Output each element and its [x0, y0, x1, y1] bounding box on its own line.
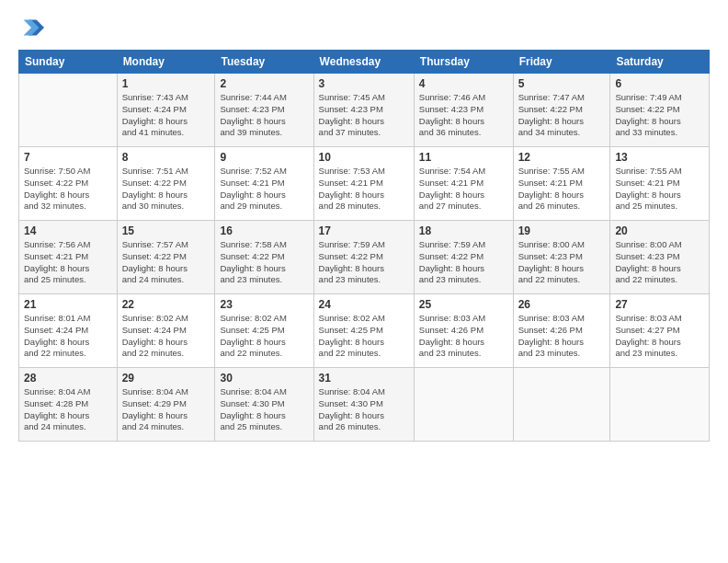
- day-info: Sunrise: 8:03 AM Sunset: 4:26 PM Dayligh…: [518, 313, 606, 360]
- day-info: Sunrise: 7:54 AM Sunset: 4:21 PM Dayligh…: [419, 166, 508, 213]
- day-info: Sunrise: 8:04 AM Sunset: 4:28 PM Dayligh…: [24, 386, 112, 433]
- day-number: 5: [518, 77, 606, 90]
- day-header-tuesday: Tuesday: [215, 51, 313, 74]
- day-info: Sunrise: 7:51 AM Sunset: 4:22 PM Dayligh…: [122, 166, 210, 213]
- day-info: Sunrise: 7:59 AM Sunset: 4:22 PM Dayligh…: [319, 239, 409, 286]
- day-header-wednesday: Wednesday: [313, 51, 414, 74]
- day-number: 11: [419, 151, 508, 164]
- day-cell: [414, 368, 513, 442]
- day-header-sunday: Sunday: [19, 51, 118, 74]
- day-info: Sunrise: 7:55 AM Sunset: 4:21 PM Dayligh…: [518, 166, 606, 213]
- day-number: 3: [319, 77, 409, 90]
- day-header-saturday: Saturday: [610, 51, 710, 74]
- day-info: Sunrise: 7:46 AM Sunset: 4:23 PM Dayligh…: [419, 92, 508, 139]
- day-info: Sunrise: 7:47 AM Sunset: 4:22 PM Dayligh…: [518, 92, 606, 139]
- day-number: 2: [220, 77, 308, 90]
- day-cell: 25Sunrise: 8:03 AM Sunset: 4:26 PM Dayli…: [414, 294, 513, 368]
- day-info: Sunrise: 7:56 AM Sunset: 4:21 PM Dayligh…: [24, 239, 112, 286]
- day-info: Sunrise: 8:03 AM Sunset: 4:26 PM Dayligh…: [419, 313, 508, 360]
- day-number: 19: [518, 224, 606, 237]
- day-cell: 28Sunrise: 8:04 AM Sunset: 4:28 PM Dayli…: [19, 368, 118, 442]
- day-info: Sunrise: 8:02 AM Sunset: 4:24 PM Dayligh…: [122, 313, 210, 360]
- day-number: 4: [419, 77, 508, 90]
- day-info: Sunrise: 7:45 AM Sunset: 4:23 PM Dayligh…: [319, 92, 409, 139]
- day-info: Sunrise: 8:03 AM Sunset: 4:27 PM Dayligh…: [615, 313, 704, 360]
- day-number: 28: [24, 372, 112, 385]
- calendar-table: SundayMondayTuesdayWednesdayThursdayFrid…: [18, 50, 710, 442]
- week-row-3: 14Sunrise: 7:56 AM Sunset: 4:21 PM Dayli…: [19, 221, 710, 294]
- day-info: Sunrise: 7:44 AM Sunset: 4:23 PM Dayligh…: [220, 92, 308, 139]
- day-number: 21: [24, 298, 112, 311]
- day-cell: 7Sunrise: 7:50 AM Sunset: 4:22 PM Daylig…: [19, 147, 118, 221]
- day-cell: [610, 368, 710, 442]
- day-number: 31: [319, 372, 409, 385]
- day-cell: 21Sunrise: 8:01 AM Sunset: 4:24 PM Dayli…: [19, 294, 118, 368]
- day-cell: 17Sunrise: 7:59 AM Sunset: 4:22 PM Dayli…: [313, 221, 414, 294]
- week-row-4: 21Sunrise: 8:01 AM Sunset: 4:24 PM Dayli…: [19, 294, 710, 368]
- day-number: 24: [319, 298, 409, 311]
- day-cell: 8Sunrise: 7:51 AM Sunset: 4:22 PM Daylig…: [117, 147, 215, 221]
- day-number: 1: [122, 77, 210, 90]
- day-cell: 23Sunrise: 8:02 AM Sunset: 4:25 PM Dayli…: [215, 294, 313, 368]
- day-cell: 1Sunrise: 7:43 AM Sunset: 4:24 PM Daylig…: [117, 74, 215, 147]
- day-cell: [19, 74, 118, 147]
- day-info: Sunrise: 7:52 AM Sunset: 4:21 PM Dayligh…: [220, 166, 308, 213]
- day-number: 29: [122, 372, 210, 385]
- day-info: Sunrise: 7:50 AM Sunset: 4:22 PM Dayligh…: [24, 166, 112, 213]
- day-cell: 24Sunrise: 8:02 AM Sunset: 4:25 PM Dayli…: [313, 294, 414, 368]
- day-number: 8: [122, 151, 210, 164]
- day-cell: 30Sunrise: 8:04 AM Sunset: 4:30 PM Dayli…: [215, 368, 313, 442]
- page: SundayMondayTuesdayWednesdayThursdayFrid…: [0, 0, 728, 563]
- logo: [18, 15, 48, 40]
- day-cell: 15Sunrise: 7:57 AM Sunset: 4:22 PM Dayli…: [117, 221, 215, 294]
- day-cell: 3Sunrise: 7:45 AM Sunset: 4:23 PM Daylig…: [313, 74, 414, 147]
- day-cell: 11Sunrise: 7:54 AM Sunset: 4:21 PM Dayli…: [414, 147, 513, 221]
- day-number: 17: [319, 224, 409, 237]
- day-cell: 22Sunrise: 8:02 AM Sunset: 4:24 PM Dayli…: [117, 294, 215, 368]
- day-cell: 10Sunrise: 7:53 AM Sunset: 4:21 PM Dayli…: [313, 147, 414, 221]
- day-cell: 9Sunrise: 7:52 AM Sunset: 4:21 PM Daylig…: [215, 147, 313, 221]
- day-cell: 26Sunrise: 8:03 AM Sunset: 4:26 PM Dayli…: [513, 294, 610, 368]
- day-info: Sunrise: 8:00 AM Sunset: 4:23 PM Dayligh…: [518, 239, 606, 286]
- day-info: Sunrise: 8:04 AM Sunset: 4:30 PM Dayligh…: [319, 386, 409, 433]
- logo-icon: [18, 15, 44, 40]
- day-cell: 27Sunrise: 8:03 AM Sunset: 4:27 PM Dayli…: [610, 294, 710, 368]
- day-header-monday: Monday: [117, 51, 215, 74]
- day-number: 7: [24, 151, 112, 164]
- day-cell: 31Sunrise: 8:04 AM Sunset: 4:30 PM Dayli…: [313, 368, 414, 442]
- day-cell: 19Sunrise: 8:00 AM Sunset: 4:23 PM Dayli…: [513, 221, 610, 294]
- day-info: Sunrise: 7:43 AM Sunset: 4:24 PM Dayligh…: [122, 92, 210, 139]
- day-cell: 12Sunrise: 7:55 AM Sunset: 4:21 PM Dayli…: [513, 147, 610, 221]
- day-info: Sunrise: 8:02 AM Sunset: 4:25 PM Dayligh…: [319, 313, 409, 360]
- day-info: Sunrise: 8:02 AM Sunset: 4:25 PM Dayligh…: [220, 313, 308, 360]
- day-info: Sunrise: 8:01 AM Sunset: 4:24 PM Dayligh…: [24, 313, 112, 360]
- day-number: 23: [220, 298, 308, 311]
- week-row-2: 7Sunrise: 7:50 AM Sunset: 4:22 PM Daylig…: [19, 147, 710, 221]
- day-info: Sunrise: 8:04 AM Sunset: 4:29 PM Dayligh…: [122, 386, 210, 433]
- day-number: 27: [615, 298, 704, 311]
- day-number: 10: [319, 151, 409, 164]
- day-info: Sunrise: 7:57 AM Sunset: 4:22 PM Dayligh…: [122, 239, 210, 286]
- day-info: Sunrise: 7:55 AM Sunset: 4:21 PM Dayligh…: [615, 166, 704, 213]
- day-cell: 29Sunrise: 8:04 AM Sunset: 4:29 PM Dayli…: [117, 368, 215, 442]
- day-cell: 16Sunrise: 7:58 AM Sunset: 4:22 PM Dayli…: [215, 221, 313, 294]
- week-row-5: 28Sunrise: 8:04 AM Sunset: 4:28 PM Dayli…: [19, 368, 710, 442]
- day-cell: [513, 368, 610, 442]
- day-number: 18: [419, 224, 508, 237]
- day-cell: 4Sunrise: 7:46 AM Sunset: 4:23 PM Daylig…: [414, 74, 513, 147]
- day-info: Sunrise: 7:49 AM Sunset: 4:22 PM Dayligh…: [615, 92, 704, 139]
- day-number: 15: [122, 224, 210, 237]
- day-header-thursday: Thursday: [414, 51, 513, 74]
- day-number: 30: [220, 372, 308, 385]
- day-cell: 5Sunrise: 7:47 AM Sunset: 4:22 PM Daylig…: [513, 74, 610, 147]
- day-number: 13: [615, 151, 704, 164]
- day-cell: 6Sunrise: 7:49 AM Sunset: 4:22 PM Daylig…: [610, 74, 710, 147]
- day-cell: 14Sunrise: 7:56 AM Sunset: 4:21 PM Dayli…: [19, 221, 118, 294]
- week-row-1: 1Sunrise: 7:43 AM Sunset: 4:24 PM Daylig…: [19, 74, 710, 147]
- day-info: Sunrise: 8:04 AM Sunset: 4:30 PM Dayligh…: [220, 386, 308, 433]
- day-number: 6: [615, 77, 704, 90]
- day-header-friday: Friday: [513, 51, 610, 74]
- day-cell: 2Sunrise: 7:44 AM Sunset: 4:23 PM Daylig…: [215, 74, 313, 147]
- day-number: 22: [122, 298, 210, 311]
- day-cell: 20Sunrise: 8:00 AM Sunset: 4:23 PM Dayli…: [610, 221, 710, 294]
